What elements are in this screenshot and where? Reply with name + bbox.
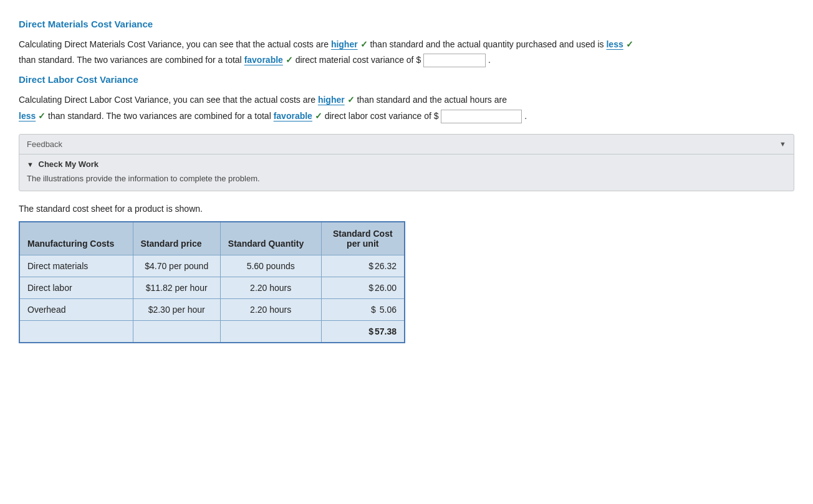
- col-header-cost-per-unit: Standard Costper unit: [321, 222, 405, 255]
- cell-total-empty3: [220, 320, 321, 343]
- dm-dollar-sign: $: [368, 261, 373, 271]
- feedback-content: The illustrations provide the informatio…: [19, 171, 794, 191]
- cell-oh-cost: $ 5.06: [321, 298, 405, 320]
- cell-dm-name: Direct materials: [19, 255, 133, 277]
- direct-labor-paragraph: Calculating Direct Labor Cost Variance, …: [19, 92, 794, 123]
- dm-word-higher: higher: [331, 39, 358, 49]
- cell-total-cost: $ 57.38: [321, 320, 405, 343]
- table-row: Direct materials $4.70 per pound 5.60 po…: [19, 255, 405, 277]
- total-dollar-sign: $: [368, 326, 373, 336]
- check-my-work-triangle-icon: ▼: [27, 161, 34, 168]
- check-my-work-label: Check My Work: [39, 159, 99, 169]
- dm-word-less: less: [606, 39, 623, 49]
- dl-word-higher: higher: [318, 95, 345, 105]
- cell-dm-cost: $ 26.32: [321, 255, 405, 277]
- oh-cost-value: 5.06: [377, 305, 397, 315]
- dl-period: .: [524, 111, 527, 121]
- cell-total-empty2: [133, 320, 220, 343]
- table-row: Overhead $2.30 per hour 2.20 hours $ 5.0…: [19, 298, 405, 320]
- cell-total-empty1: [19, 320, 133, 343]
- feedback-text: The illustrations provide the informatio…: [27, 174, 260, 183]
- standard-cost-intro: The standard cost sheet for a product is…: [19, 204, 794, 214]
- dm-cost-value: 26.32: [375, 261, 397, 271]
- direct-materials-title: Direct Materials Cost Variance: [19, 19, 794, 29]
- table-total-row: $ 57.38: [19, 320, 405, 343]
- dl-variance-input[interactable]: [441, 110, 522, 123]
- total-cost-value: 57.38: [375, 326, 397, 336]
- dl-word-less: less: [19, 111, 36, 121]
- table-header-row: Manufacturing Costs Standard price Stand…: [19, 222, 405, 255]
- dl-word-favorable: favorable: [274, 111, 312, 121]
- dm-check2: ✓: [626, 39, 633, 49]
- dm-check3: ✓: [286, 55, 293, 65]
- table-row: Direct labor $11.82 per hour 2.20 hours …: [19, 277, 405, 298]
- dl-cost-value: 26.00: [375, 283, 397, 293]
- dl-check2: ✓: [38, 111, 46, 121]
- cell-dl-price: $11.82 per hour: [133, 277, 220, 298]
- cell-dl-qty: 2.20 hours: [220, 277, 321, 298]
- direct-labor-title: Direct Labor Cost Variance: [19, 74, 794, 85]
- check-my-work-header[interactable]: ▼ Check My Work: [19, 155, 794, 171]
- cell-dm-price: $4.70 per pound: [133, 255, 220, 277]
- col-header-price: Standard price: [133, 222, 220, 255]
- cell-dl-name: Direct labor: [19, 277, 133, 298]
- dm-text-final: direct material cost variance of $: [296, 55, 421, 65]
- feedback-collapse-icon[interactable]: ▼: [779, 140, 786, 148]
- dl-dollar-sign: $: [368, 283, 373, 293]
- dm-word-favorable: favorable: [244, 55, 283, 65]
- feedback-header: Feedback ▼: [19, 135, 794, 155]
- dl-text-final: direct labor cost variance of $: [325, 111, 439, 121]
- dm-period: .: [488, 55, 491, 65]
- dm-text-before: Calculating Direct Materials Cost Varian…: [19, 39, 329, 49]
- cell-dm-qty: 5.60 pounds: [220, 255, 321, 277]
- dl-check3: ✓: [315, 111, 322, 121]
- dm-text-end: than standard. The two variances are com…: [19, 55, 242, 65]
- col-header-quantity: Standard Quantity: [220, 222, 321, 255]
- feedback-box: Feedback ▼ ▼ Check My Work The illustrat…: [19, 134, 794, 191]
- feedback-label: Feedback: [27, 140, 62, 149]
- oh-dollar-sign: $: [371, 305, 376, 315]
- dl-text-middle: than standard and the actual hours are: [357, 95, 507, 105]
- cell-dl-cost: $ 26.00: [321, 277, 405, 298]
- dl-text-middle2: than standard. The two variances are com…: [48, 111, 271, 121]
- cell-oh-price: $2.30 per hour: [133, 298, 220, 320]
- col-header-manufacturing: Manufacturing Costs: [19, 222, 133, 255]
- dl-text-before: Calculating Direct Labor Cost Variance, …: [19, 95, 315, 105]
- direct-materials-paragraph: Calculating Direct Materials Cost Varian…: [19, 37, 794, 68]
- dm-variance-input[interactable]: [423, 54, 486, 67]
- cell-oh-name: Overhead: [19, 298, 133, 320]
- standard-cost-table: Manufacturing Costs Standard price Stand…: [19, 221, 405, 343]
- dm-check1: ✓: [360, 39, 368, 49]
- cell-oh-qty: 2.20 hours: [220, 298, 321, 320]
- dl-check1: ✓: [347, 95, 355, 105]
- dm-text-middle: than standard and the actual quantity pu…: [370, 39, 604, 49]
